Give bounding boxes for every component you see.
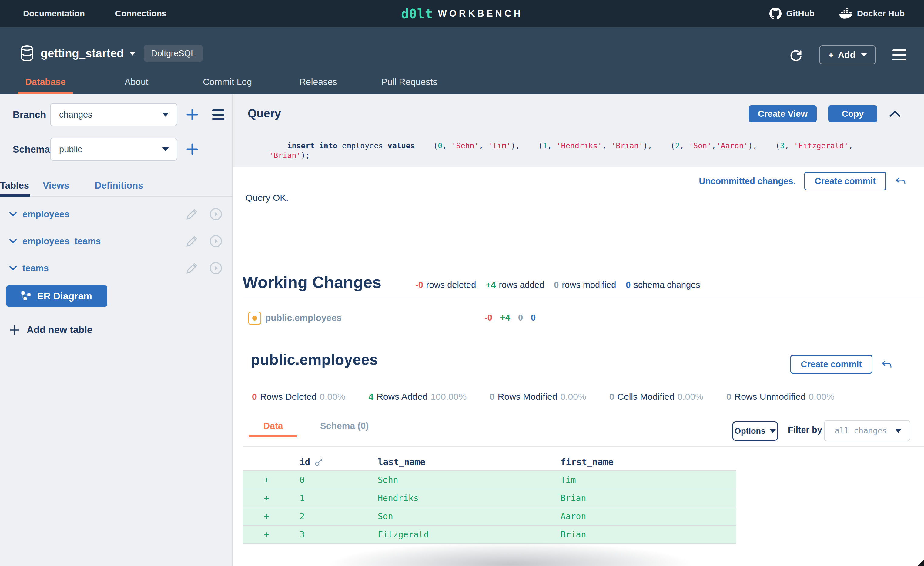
database-name[interactable]: getting_started — [40, 47, 124, 60]
added-row[interactable]: + 3 Fitzgerald Brian — [243, 526, 736, 544]
play-table-icon[interactable] — [209, 208, 222, 221]
edit-table-icon[interactable] — [186, 208, 198, 221]
row-added-marker: + — [243, 493, 290, 503]
schema-select[interactable]: public — [50, 138, 177, 161]
workbench-logo-text: WORKBENCH — [438, 8, 523, 19]
header-tab[interactable]: Releases — [273, 77, 364, 94]
chevron-down-icon — [162, 147, 169, 151]
dolt-workbench-logo: d0lt WORKBENCH — [401, 6, 523, 21]
sql-token: ), ( — [643, 142, 675, 150]
create-commit-button[interactable]: Create commit — [804, 172, 886, 191]
added-row[interactable]: + 2 Son Aaron — [243, 507, 736, 526]
sql-token: ), ( — [511, 142, 543, 150]
cell-first-name: Aaron — [561, 512, 736, 521]
branch-menu-button[interactable] — [212, 110, 224, 120]
stat-label: Rows Unmodified — [735, 391, 806, 402]
chevron-down-icon[interactable] — [9, 265, 17, 271]
sql-token: 'Hendriks' — [556, 142, 602, 150]
chevron-down-icon[interactable] — [129, 51, 136, 56]
reset-changes-icon[interactable] — [895, 176, 906, 186]
stat-label: Cells Modified — [617, 391, 674, 402]
query-title: Query — [248, 107, 281, 120]
table-name[interactable]: employees_teams — [22, 236, 101, 246]
table-list-item[interactable]: employees — [0, 200, 232, 227]
working-changes-header: Working Changes -0 rows deleted +4 rows … — [243, 273, 700, 292]
github-link-label: GitHub — [786, 9, 814, 18]
sidebar-tab-label: Views — [43, 180, 69, 191]
diff-tab[interactable]: Data — [249, 421, 297, 437]
header-tab[interactable]: Database — [0, 77, 91, 94]
column-header-first-name: first_name — [561, 457, 736, 467]
collapse-query-button[interactable] — [889, 110, 901, 117]
sql-token — [315, 142, 319, 150]
refresh-button[interactable] — [789, 48, 803, 62]
stat-percent: 0.00% — [561, 391, 586, 402]
header-tab[interactable]: About — [91, 77, 182, 94]
added-row[interactable]: + 0 Sehn Tim — [243, 471, 736, 489]
header-controls: + Add — [789, 45, 906, 64]
play-table-icon[interactable] — [209, 262, 222, 275]
stat-label: schema changes — [634, 280, 700, 290]
create-commit-button[interactable]: Create commit — [790, 355, 873, 374]
cursor-mark — [917, 559, 924, 566]
stat-value: 0 — [518, 313, 523, 323]
sidebar-tab[interactable]: Tables — [0, 180, 29, 196]
sql-token: values — [388, 142, 415, 150]
modified-table-icon — [248, 312, 261, 325]
divider — [243, 298, 924, 298]
table-name[interactable]: teams — [22, 263, 49, 273]
edit-table-icon[interactable] — [186, 262, 198, 274]
chevron-down-icon[interactable] — [9, 211, 17, 217]
stat-label: rows deleted — [426, 280, 476, 290]
table-list-item[interactable]: employees_teams — [0, 227, 232, 254]
copy-button[interactable]: Copy — [828, 105, 878, 122]
working-changes-stat: -0 rows deleted — [416, 280, 476, 290]
github-icon — [770, 8, 782, 20]
header-tab[interactable]: Pull Requests — [364, 77, 455, 94]
top-nav-link[interactable]: Documentation — [23, 9, 85, 18]
top-nav-link[interactable]: Connections — [115, 9, 167, 18]
working-changes-stat: 0 schema changes — [626, 280, 700, 290]
header-tab[interactable]: Commit Log — [182, 77, 273, 94]
changed-table-name[interactable]: public.employees — [265, 313, 342, 323]
added-row[interactable]: + 1 Hendriks Brian — [243, 489, 736, 507]
stat-label: Rows Modified — [498, 391, 558, 402]
diff-table-title: public.employees — [251, 351, 378, 369]
add-schema-button[interactable] — [186, 143, 199, 156]
edit-table-icon[interactable] — [186, 235, 198, 247]
stat-value: 0 — [490, 391, 495, 402]
options-button-label: Options — [735, 426, 765, 436]
sidebar-tab[interactable]: Definitions — [94, 180, 143, 196]
filter-by-label: Filter by — [788, 425, 822, 435]
sql-token: 'Son' — [689, 142, 711, 150]
reset-changes-icon[interactable] — [881, 359, 892, 369]
sql-token: 'Fitzgerald' — [794, 142, 849, 150]
menu-button[interactable] — [892, 50, 906, 60]
working-changes-table-row[interactable]: public.employees -0+400 — [233, 312, 924, 327]
filter-select-value: all changes — [835, 426, 887, 435]
options-button[interactable]: Options — [732, 421, 778, 441]
add-button[interactable]: + Add — [819, 45, 876, 64]
branch-label: Branch — [13, 109, 46, 120]
table-name[interactable]: employees — [22, 209, 69, 219]
sql-editor[interactable]: insert into employees values (0, 'Sehn',… — [251, 131, 912, 170]
column-header-last-name: last_name — [375, 457, 561, 467]
github-link[interactable]: GitHub — [770, 8, 814, 20]
create-view-button[interactable]: Create View — [749, 105, 817, 122]
sidebar-tab[interactable]: Views — [43, 180, 69, 196]
add-new-table-button[interactable]: Add new table — [9, 324, 93, 336]
stat-value: +4 — [486, 280, 496, 290]
changed-table-stats: -0+400 — [484, 313, 536, 323]
diff-tab[interactable]: Schema (0) — [320, 421, 369, 437]
cell-id: 2 — [290, 512, 375, 521]
filter-select[interactable]: all changes — [824, 420, 910, 441]
uncommitted-changes-bar: Uncommitted changes. Create commit — [699, 172, 906, 191]
er-diagram-label: ER Diagram — [37, 291, 92, 302]
add-branch-button[interactable] — [186, 108, 199, 121]
dockerhub-link[interactable]: Docker Hub — [839, 8, 904, 20]
er-diagram-button[interactable]: ER Diagram — [6, 285, 107, 307]
table-list-item[interactable]: teams — [0, 254, 232, 281]
chevron-down-icon[interactable] — [9, 238, 17, 244]
play-table-icon[interactable] — [209, 235, 222, 248]
branch-select[interactable]: changes — [50, 103, 177, 126]
